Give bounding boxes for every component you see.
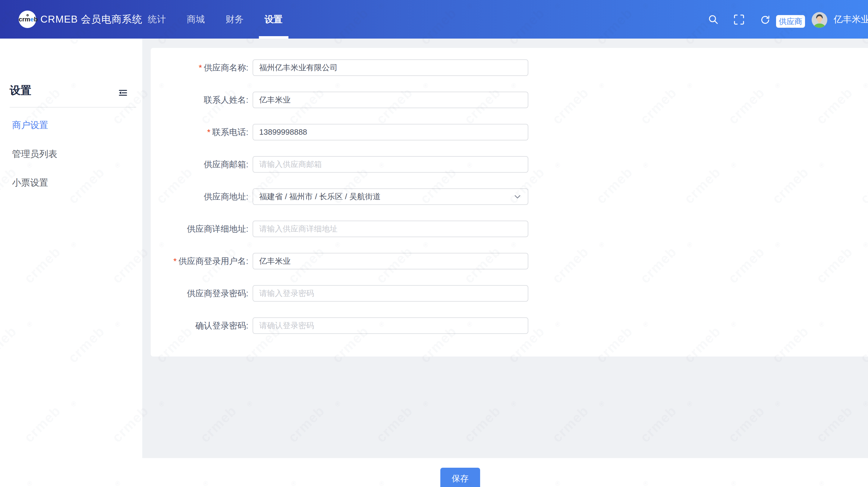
- field-label-text: 供应商登录用户名:: [179, 256, 248, 266]
- field-label-text: 联系人姓名:: [204, 95, 248, 104]
- form-row-confirm-password: 确认登录密码:: [151, 317, 868, 334]
- sidebar-item-admin-list[interactable]: 管理员列表: [12, 149, 57, 159]
- tab-label: 设置: [265, 14, 283, 24]
- merchant-settings-form-card: *供应商名称: 联系人姓名: *联系电话: 供应商邮箱: 供应商地址: 福建省 …: [151, 48, 868, 357]
- refresh-icon[interactable]: [760, 14, 771, 25]
- menu-fold-icon[interactable]: [118, 88, 128, 98]
- field-label: *供应商名称:: [151, 62, 253, 73]
- app-window: crmeb CRMEB 会员电商系统 统计 商城 财务 设置 供应商: [0, 0, 868, 487]
- form-row-login-username: *供应商登录用户名:: [151, 253, 868, 269]
- tab-settings[interactable]: 设置: [254, 0, 293, 38]
- logo-text: b: [34, 16, 38, 23]
- chevron-down-icon: [513, 192, 522, 201]
- form-row-supplier-detail-address: 供应商详细地址:: [151, 221, 868, 237]
- username-label[interactable]: 亿丰米业: [834, 0, 868, 38]
- logo-text: m: [25, 16, 30, 23]
- field-label: 联系人姓名:: [151, 94, 253, 106]
- field-label-text: 供应商名称:: [204, 63, 248, 72]
- field-label: 供应商登录密码:: [151, 288, 253, 299]
- tab-statistics[interactable]: 统计: [137, 0, 176, 38]
- form-row-supplier-email: 供应商邮箱:: [151, 156, 868, 173]
- field-label: 供应商邮箱:: [151, 159, 253, 170]
- supplier-name-input[interactable]: [253, 59, 528, 76]
- field-label-text: 供应商详细地址:: [187, 224, 248, 234]
- tab-label: 财务: [226, 14, 244, 24]
- supplier-email-input[interactable]: [253, 156, 528, 173]
- fullscreen-icon[interactable]: [734, 14, 744, 25]
- active-tab-underline: [259, 36, 288, 38]
- top-header-bar: crmeb CRMEB 会员电商系统 统计 商城 财务 设置 供应商: [0, 0, 868, 38]
- logo-text: cr: [19, 16, 25, 23]
- action-footer-bar: 保存: [142, 458, 868, 487]
- contact-phone-input[interactable]: [253, 124, 528, 141]
- field-label: *联系电话:: [151, 127, 253, 138]
- field-label-text: 供应商邮箱:: [204, 160, 248, 169]
- field-label: 确认登录密码:: [151, 320, 253, 332]
- contact-name-input[interactable]: [253, 92, 528, 108]
- field-label-text: 确认登录密码:: [195, 321, 248, 330]
- form-row-contact-phone: *联系电话:: [151, 124, 868, 141]
- user-avatar[interactable]: [812, 12, 827, 28]
- form-row-supplier-address: 供应商地址: 福建省 / 福州市 / 长乐区 / 吴航街道: [151, 188, 868, 205]
- supplier-login-password-input[interactable]: [253, 285, 528, 302]
- sidebar-item-receipt-settings[interactable]: 小票设置: [12, 178, 48, 188]
- logo-text: e: [30, 16, 34, 23]
- tab-mall[interactable]: 商城: [176, 0, 215, 38]
- settings-sidebar: 设置 商户设置 管理员列表 小票设置: [0, 38, 142, 487]
- app-title: CRMEB 会员电商系统: [40, 0, 142, 38]
- field-label-text: 供应商登录密码:: [187, 289, 248, 298]
- field-label-text: 联系电话:: [212, 127, 248, 137]
- required-marker: *: [207, 127, 210, 137]
- logo-ring-icon: [27, 14, 29, 16]
- form-row-login-password: 供应商登录密码:: [151, 285, 868, 302]
- supplier-address-select[interactable]: 福建省 / 福州市 / 长乐区 / 吴航街道: [253, 188, 528, 205]
- crmeb-logo: crmeb: [19, 10, 36, 28]
- form-row-supplier-name: *供应商名称:: [151, 59, 868, 76]
- field-label: *供应商登录用户名:: [151, 255, 253, 267]
- tab-label: 商城: [187, 14, 205, 24]
- supplier-detail-address-input[interactable]: [253, 221, 528, 237]
- sidebar-divider: [10, 107, 136, 108]
- sidebar-item-merchant-settings[interactable]: 商户设置: [12, 120, 48, 130]
- selected-address-value: 福建省 / 福州市 / 长乐区 / 吴航街道: [259, 191, 513, 202]
- tab-finance[interactable]: 财务: [215, 0, 254, 38]
- field-label: 供应商详细地址:: [151, 223, 253, 235]
- sidebar-title: 设置: [10, 83, 31, 98]
- tab-label: 统计: [148, 14, 166, 24]
- confirm-login-password-input[interactable]: [253, 317, 528, 334]
- form-row-contact-name: 联系人姓名:: [151, 92, 868, 108]
- save-button[interactable]: 保存: [440, 468, 480, 487]
- required-marker: *: [198, 63, 202, 72]
- role-badge: 供应商: [776, 15, 805, 28]
- search-icon[interactable]: [708, 14, 719, 25]
- required-marker: *: [173, 256, 177, 266]
- supplier-login-username-input[interactable]: [253, 253, 528, 269]
- field-label: 供应商地址:: [151, 191, 253, 203]
- top-nav: 统计 商城 财务 设置: [137, 0, 293, 38]
- field-label-text: 供应商地址:: [204, 192, 248, 201]
